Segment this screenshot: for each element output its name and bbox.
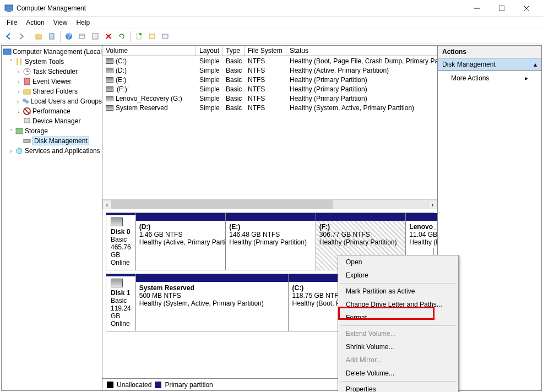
tree-diskmgmt[interactable]: Disk Management: [2, 136, 102, 146]
partition[interactable]: System Reserved500 MB NTFSHealthy (Syste…: [136, 274, 289, 331]
close-button[interactable]: [514, 0, 539, 16]
maximize-button[interactable]: [489, 0, 514, 16]
tree-event[interactable]: ›Event Viewer: [2, 77, 102, 86]
volume-row[interactable]: System ReservedSimpleBasicNTFSHealthy (S…: [102, 103, 437, 112]
volume-row[interactable]: (F:)SimpleBasicNTFSHealthy (Primary Part…: [102, 84, 437, 94]
menu-view[interactable]: View: [49, 18, 72, 28]
menubar: File Action View Help: [0, 17, 543, 29]
disk-info[interactable]: Disk 0Basic465.76 GBOnline: [106, 213, 136, 270]
app-icon: [4, 4, 13, 13]
hscrollbar[interactable]: ‹ ›: [102, 199, 437, 209]
tree-label: Storage: [25, 127, 48, 135]
collapse-icon: ▴: [534, 61, 537, 68]
back-button[interactable]: [2, 30, 14, 42]
properties-button[interactable]: [46, 30, 58, 42]
volume-list-header: Volume Layout Type File System Status: [102, 46, 437, 56]
tree-label: Local Users and Groups: [31, 97, 102, 105]
tree-devmgr[interactable]: Device Manager: [2, 116, 102, 126]
up-button[interactable]: [32, 30, 45, 42]
scroll-right-icon[interactable]: ›: [428, 200, 437, 209]
ctx-change-letter[interactable]: Change Drive Letter and Paths...: [338, 298, 458, 311]
disk-icon: [111, 279, 123, 287]
scroll-track[interactable]: [112, 200, 428, 209]
tree-pane: Computer Management (Local ˅System Tools…: [2, 46, 102, 390]
ctx-extend[interactable]: Extend Volume...: [338, 327, 458, 340]
svg-rect-3: [499, 6, 504, 11]
tree-label-selected: Disk Management: [32, 137, 89, 145]
list-icon[interactable]: [146, 30, 158, 42]
volume-icon: [106, 86, 113, 92]
volume-icon: [106, 68, 113, 73]
col-fs[interactable]: File System: [245, 46, 286, 56]
tree-label: Task Scheduler: [32, 68, 78, 75]
main-area: Computer Management (Local ˅System Tools…: [1, 45, 542, 391]
tree-shared[interactable]: ›Shared Folders: [2, 86, 102, 96]
partition[interactable]: (D:)1.46 GB NTFSHealthy (Active, Primary…: [136, 213, 226, 270]
svg-rect-31: [24, 118, 30, 123]
minimize-button[interactable]: [464, 0, 489, 16]
svg-rect-1: [7, 11, 11, 12]
tree-users[interactable]: ›Local Users and Groups: [2, 96, 102, 106]
legend-unalloc-label: Unallocated: [117, 381, 151, 389]
forward-button[interactable]: [15, 30, 28, 42]
tree-task[interactable]: ›Task Scheduler: [2, 67, 102, 77]
delete-icon[interactable]: [102, 30, 115, 42]
legend-primary-label: Primary partition: [165, 381, 213, 389]
tree-root[interactable]: Computer Management (Local: [2, 47, 102, 57]
tree-perf[interactable]: ›Performance: [2, 106, 102, 116]
ctx-delete[interactable]: Delete Volume...: [338, 367, 458, 380]
ctx-mark-active[interactable]: Mark Partition as Active: [338, 285, 458, 298]
svg-point-16: [139, 33, 142, 35]
tree-services[interactable]: ›Services and Applications: [2, 146, 102, 156]
svg-rect-0: [5, 5, 13, 10]
menu-action[interactable]: Action: [21, 18, 48, 28]
partition[interactable]: (E:)146.48 GB NTFSHealthy (Primary Parti…: [225, 213, 316, 270]
col-type[interactable]: Type: [222, 46, 245, 56]
ctx-open[interactable]: Open: [338, 255, 458, 269]
svg-rect-26: [24, 90, 30, 94]
chevron-right-icon: ▸: [525, 74, 528, 82]
new-icon[interactable]: [133, 30, 145, 42]
help-button[interactable]: ?: [63, 30, 75, 42]
tree-label: Performance: [32, 107, 70, 115]
svg-rect-19: [3, 49, 11, 55]
tree-label: System Tools: [25, 58, 64, 66]
tree-systools[interactable]: ˅System Tools: [2, 57, 102, 67]
view-button[interactable]: [76, 30, 88, 42]
ctx-mirror[interactable]: Add Mirror...: [338, 353, 458, 367]
col-layout[interactable]: Layout: [196, 46, 222, 56]
detail-icon[interactable]: [159, 30, 171, 42]
svg-rect-32: [16, 128, 23, 130]
actions-more[interactable]: More Actions ▸: [438, 71, 541, 85]
svg-rect-20: [17, 58, 18, 65]
volume-row[interactable]: (C:)SimpleBasicNTFSHealthy (Boot, Page F…: [102, 56, 437, 66]
volume-row[interactable]: Lenovo_Recovery (G:)SimpleBasicNTFSHealt…: [102, 94, 437, 103]
legend-primary-swatch: [155, 382, 161, 388]
tree-storage[interactable]: ˅Storage: [2, 126, 102, 136]
volume-row[interactable]: (E:)SimpleBasicNTFSHealthy (Primary Part…: [102, 75, 437, 84]
refresh-icon[interactable]: [116, 30, 128, 42]
tree-label: Device Manager: [32, 117, 80, 125]
menu-help[interactable]: Help: [72, 18, 95, 28]
col-volume[interactable]: Volume: [102, 46, 196, 56]
settings-button[interactable]: [89, 30, 101, 42]
ctx-explore[interactable]: Explore: [338, 269, 458, 282]
scroll-thumb[interactable]: [112, 200, 333, 209]
ctx-properties[interactable]: Properties: [338, 383, 458, 392]
menu-file[interactable]: File: [2, 18, 21, 28]
volume-icon: [106, 96, 113, 101]
svg-point-35: [17, 148, 22, 154]
legend-unalloc-swatch: [107, 382, 113, 388]
ctx-sep: [340, 283, 456, 284]
titlebar: Computer Management: [0, 0, 543, 17]
ctx-sep: [340, 381, 456, 382]
disk-info[interactable]: Disk 1Basic119.24 GBOnline: [106, 274, 136, 331]
svg-rect-17: [149, 34, 155, 39]
col-status[interactable]: Status: [286, 46, 437, 56]
ctx-shrink[interactable]: Shrink Volume...: [338, 340, 458, 353]
actions-section[interactable]: Disk Management ▴: [438, 58, 541, 71]
scroll-left-icon[interactable]: ‹: [102, 200, 112, 209]
volume-row[interactable]: (D:)SimpleBasicNTFSHealthy (Active, Prim…: [102, 66, 437, 75]
svg-point-27: [23, 99, 26, 102]
ctx-format[interactable]: Format...: [338, 311, 458, 324]
